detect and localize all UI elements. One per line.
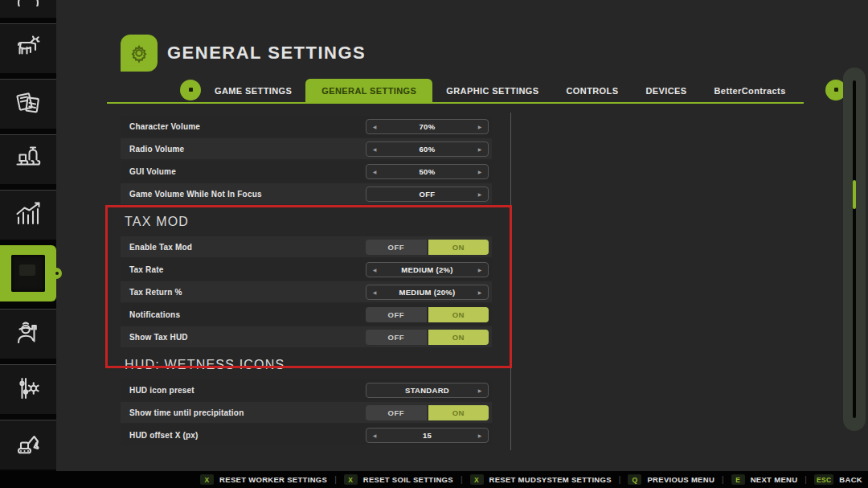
- setting-row: Tax Rate ◀ MEDIUM (2%) ▶: [121, 259, 492, 280]
- sidebar: [0, 0, 56, 471]
- increase-arrow-icon[interactable]: ▶: [477, 267, 483, 273]
- selector-value: 15: [378, 431, 477, 440]
- sidebar-item-animals[interactable]: [0, 23, 56, 73]
- setting-row: Radio Volume ◀ 60% ▶: [121, 138, 492, 159]
- setting-label: Character Volume: [129, 122, 200, 131]
- hint-label: NEXT MENU: [751, 475, 798, 484]
- selector-value: OFF: [378, 190, 477, 199]
- toggle-enable-tax-mod[interactable]: OFF ON: [366, 240, 489, 255]
- tab-game-settings[interactable]: GAME SETTINGS: [201, 79, 305, 102]
- value-selector[interactable]: ◀ OFF ▶: [366, 187, 489, 202]
- tabs-prev-arrow-icon[interactable]: [180, 80, 201, 100]
- toggle-off[interactable]: OFF: [366, 405, 427, 420]
- separator: |: [722, 475, 724, 484]
- sidebar-item-tax-mod[interactable]: [0, 245, 56, 301]
- value-selector[interactable]: ◀ 15 ▶: [366, 428, 489, 443]
- setting-row: Game Volume While Not In Focus ◀ OFF ▶: [121, 183, 492, 204]
- separator: |: [334, 475, 337, 484]
- key-x: X: [470, 474, 484, 485]
- toggle-on[interactable]: ON: [428, 330, 489, 345]
- hint-reset-worker[interactable]: X RESET WORKER SETTINGS: [200, 474, 327, 485]
- sidebar-item-statistics[interactable]: [0, 190, 56, 240]
- selector-value: 60%: [378, 145, 477, 154]
- setting-row: GUI Volume ◀ 50% ▶: [121, 161, 492, 182]
- documents-icon: [14, 88, 43, 121]
- decrease-arrow-icon[interactable]: ◀: [371, 267, 378, 273]
- toggle-off[interactable]: OFF: [366, 240, 427, 255]
- value-selector[interactable]: ◀ 60% ▶: [366, 141, 489, 157]
- map-icon: [14, 0, 43, 10]
- tab-devices[interactable]: DEVICES: [632, 79, 700, 102]
- decrease-arrow-icon[interactable]: ◀: [371, 146, 378, 152]
- setting-row: HUD icon preset ◀ STANDARD ▶: [121, 379, 492, 400]
- sidebar-item-farmer[interactable]: [0, 309, 56, 359]
- increase-arrow-icon[interactable]: ▶: [477, 146, 483, 152]
- toggle-on[interactable]: ON: [428, 405, 489, 420]
- tab-bar: GAME SETTINGS GENERAL SETTINGS GRAPHIC S…: [107, 79, 804, 102]
- value-selector[interactable]: ◀ STANDARD ▶: [366, 383, 489, 398]
- selector-value: 70%: [378, 122, 477, 131]
- sidebar-item-mod-settings[interactable]: [0, 364, 56, 414]
- sidebar-item-contracts[interactable]: [0, 79, 56, 129]
- decrease-arrow-icon[interactable]: ◀: [371, 433, 378, 438]
- hint-label: RESET MUDSYSTEM SETTINGS: [489, 475, 612, 484]
- increase-arrow-icon[interactable]: ▶: [477, 433, 483, 438]
- sidebar-item-map[interactable]: [0, 0, 56, 18]
- gear-icon: [121, 35, 158, 72]
- toggle-show-tax-hud[interactable]: OFF ON: [366, 330, 489, 345]
- toggle-on[interactable]: ON: [428, 307, 489, 322]
- setting-row: Show time until precipitation OFF ON: [121, 402, 492, 423]
- value-selector[interactable]: ◀ 50% ▶: [366, 164, 489, 179]
- tab-bettercontracts[interactable]: BetterContracts: [701, 79, 800, 102]
- toggle-show-precipitation-time[interactable]: OFF ON: [366, 405, 489, 420]
- selector-value: MEDIUM (20%): [378, 288, 477, 297]
- hint-next-menu[interactable]: E NEXT MENU: [731, 474, 798, 485]
- scrollbar-thumb[interactable]: [853, 180, 856, 209]
- bottom-keybind-bar: X RESET WORKER SETTINGS | X RESET SOIL S…: [0, 471, 868, 488]
- toggle-off[interactable]: OFF: [366, 307, 427, 322]
- setting-label: HUD icon preset: [129, 386, 194, 395]
- scrollbar[interactable]: [843, 68, 866, 431]
- separator: |: [461, 475, 463, 484]
- decrease-arrow-icon[interactable]: ◀: [371, 124, 378, 129]
- hint-back[interactable]: ESC BACK: [814, 474, 862, 485]
- setting-label: Tax Rate: [129, 265, 164, 274]
- setting-label: Radio Volume: [129, 145, 184, 154]
- setting-label: Game Volume While Not In Focus: [129, 190, 262, 199]
- sliders-gear-icon: [14, 374, 43, 406]
- toggle-notifications[interactable]: OFF ON: [366, 307, 489, 322]
- increase-arrow-icon[interactable]: ▶: [477, 169, 483, 174]
- setting-label: GUI Volume: [129, 167, 176, 176]
- hint-label: RESET WORKER SETTINGS: [219, 475, 327, 484]
- increase-arrow-icon[interactable]: ▶: [477, 191, 483, 197]
- increase-arrow-icon[interactable]: ▶: [477, 124, 483, 129]
- value-selector[interactable]: ◀ MEDIUM (20%) ▶: [366, 285, 489, 300]
- hint-reset-soil[interactable]: X RESET SOIL SETTINGS: [344, 474, 453, 485]
- sidebar-item-construction[interactable]: [0, 420, 56, 470]
- hint-label: RESET SOIL SETTINGS: [363, 475, 453, 484]
- toggle-off[interactable]: OFF: [366, 330, 427, 345]
- decrease-arrow-icon[interactable]: ◀: [371, 289, 378, 295]
- increase-arrow-icon[interactable]: ▶: [477, 388, 483, 393]
- section-title-tax-mod: TAX MOD: [125, 215, 492, 229]
- sidebar-item-production[interactable]: [0, 134, 56, 184]
- toggle-on[interactable]: ON: [428, 240, 489, 255]
- setting-row: Tax Return % ◀ MEDIUM (20%) ▶: [121, 281, 492, 302]
- value-selector[interactable]: ◀ 70% ▶: [366, 119, 489, 134]
- decrease-arrow-icon[interactable]: ◀: [371, 169, 378, 174]
- setting-label: HUD offset X (px): [129, 431, 199, 440]
- setting-label: Enable Tax Mod: [129, 243, 192, 252]
- separator: |: [619, 475, 621, 484]
- tax-mod-icon: [11, 255, 45, 292]
- hint-reset-mudsystem[interactable]: X RESET MUDSYSTEM SETTINGS: [470, 474, 612, 485]
- tab-general-settings[interactable]: GENERAL SETTINGS: [305, 79, 432, 102]
- hint-previous-menu[interactable]: Q PREVIOUS MENU: [628, 474, 714, 485]
- tab-graphic-settings[interactable]: GRAPHIC SETTINGS: [432, 79, 552, 102]
- tab-controls[interactable]: CONTROLS: [553, 79, 633, 102]
- value-selector[interactable]: ◀ MEDIUM (2%) ▶: [366, 262, 489, 277]
- scrollbar-track[interactable]: [853, 80, 856, 418]
- production-icon: [14, 144, 43, 176]
- increase-arrow-icon[interactable]: ▶: [477, 289, 483, 295]
- setting-row: Show Tax HUD OFF ON: [121, 326, 492, 347]
- setting-row: HUD offset X (px) ◀ 15 ▶: [121, 424, 492, 445]
